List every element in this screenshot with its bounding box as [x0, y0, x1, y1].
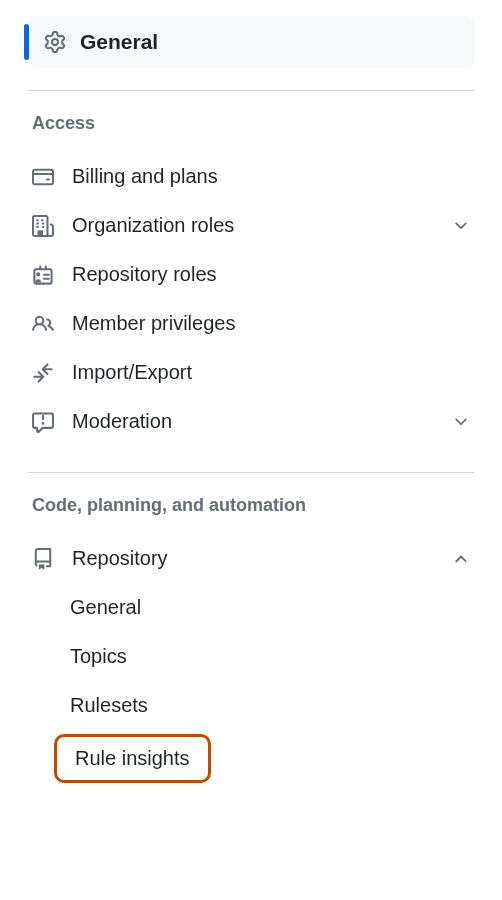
org-roles-label: Organization roles: [72, 214, 452, 237]
report-icon: [32, 411, 58, 433]
chevron-down-icon: [452, 217, 470, 235]
sub-topics-label: Topics: [70, 645, 127, 667]
sidebar-item-repository[interactable]: Repository: [28, 534, 474, 583]
organization-icon: [32, 215, 58, 237]
people-icon: [32, 313, 58, 335]
section-header-access: Access: [28, 91, 474, 152]
repository-label: Repository: [72, 547, 452, 570]
sidebar-item-moderation[interactable]: Moderation: [28, 397, 474, 446]
sub-rule-insights-label: Rule insights: [75, 747, 190, 769]
repo-roles-label: Repository roles: [72, 263, 470, 286]
sub-general-label: General: [70, 596, 141, 618]
sidebar-item-import-export[interactable]: Import/Export: [28, 348, 474, 397]
sub-rulesets-label: Rulesets: [70, 694, 148, 716]
chevron-up-icon: [452, 550, 470, 568]
member-priv-label: Member privileges: [72, 312, 470, 335]
sidebar-item-org-roles[interactable]: Organization roles: [28, 201, 474, 250]
repo-icon: [32, 548, 58, 570]
sidebar-item-billing[interactable]: Billing and plans: [28, 152, 474, 201]
billing-label: Billing and plans: [72, 165, 470, 188]
moderation-label: Moderation: [72, 410, 452, 433]
sub-item-rule-insights[interactable]: Rule insights: [54, 734, 211, 783]
arrows-switch-icon: [32, 362, 58, 384]
sidebar-item-repo-roles[interactable]: Repository roles: [28, 250, 474, 299]
sub-item-rulesets[interactable]: Rulesets: [28, 681, 474, 730]
sidebar-item-general[interactable]: General: [28, 16, 474, 68]
sidebar-item-member-privileges[interactable]: Member privileges: [28, 299, 474, 348]
gear-icon: [44, 31, 66, 53]
credit-card-icon: [32, 166, 58, 188]
section-header-code: Code, planning, and automation: [28, 473, 474, 534]
import-export-label: Import/Export: [72, 361, 470, 384]
general-label: General: [80, 30, 158, 54]
id-badge-icon: [32, 264, 58, 286]
chevron-down-icon: [452, 413, 470, 431]
sub-item-general[interactable]: General: [28, 583, 474, 632]
sub-item-topics[interactable]: Topics: [28, 632, 474, 681]
